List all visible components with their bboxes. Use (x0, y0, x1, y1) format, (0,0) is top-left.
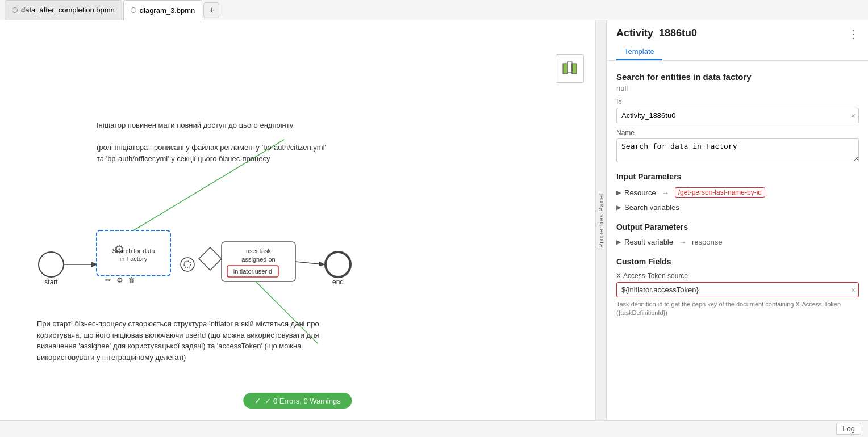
id-input[interactable] (616, 108, 859, 123)
main-area: start ⚙ Search for data in Factory ✏ ⚙ 🗑… (0, 20, 868, 420)
usertask-assigned: assigned on (241, 256, 275, 263)
id-clear-icon[interactable]: × (851, 111, 856, 120)
bottom-bar: Log (0, 420, 868, 437)
annotation-2-line4: використовувати у інтеграційному делегат… (37, 352, 319, 363)
search-variables-row[interactable]: ▶ Search variables (616, 200, 859, 215)
right-panel: Activity_1886tu0 Template ⋮ Search for e… (607, 20, 868, 420)
annotation-2-line2: користувача, що його ініціював включаючи… (37, 330, 319, 341)
annotation-1-line1: Ініціатор повинен мати повний доступ до … (97, 120, 326, 131)
resource-label: Resource (624, 188, 656, 197)
annotation-2: При старті бізнес-процесу створюється ст… (37, 318, 319, 363)
custom-fields-title: Custom Fields (616, 257, 859, 266)
id-label: Id (616, 98, 859, 106)
x-access-token-wrap: × (616, 282, 859, 297)
tab-bar: data_after_completion.bpmn diagram_3.bpm… (0, 0, 868, 20)
tab-template[interactable]: Template (616, 44, 662, 60)
svg-point-15 (326, 252, 350, 277)
svg-marker-8 (199, 247, 222, 270)
properties-panel-label-text: Properties Panel (598, 192, 604, 247)
delete-icon[interactable]: 🗑 (128, 276, 135, 284)
task-label[interactable]: Search for data (112, 247, 155, 254)
tab-circle-2 (131, 7, 136, 13)
more-options-icon[interactable]: ⋮ (848, 27, 859, 41)
resource-arrow: → (662, 188, 669, 197)
status-bar: ✓ ✓ 0 Errors, 0 Warnings (243, 393, 352, 409)
properties-panel-tab[interactable]: Properties Panel (595, 20, 607, 420)
resource-value[interactable]: /get-person-last-name-by-id (675, 187, 765, 198)
tab-data-after-completion[interactable]: data_after_completion.bpmn (5, 0, 122, 20)
x-access-token-input[interactable] (616, 282, 859, 297)
search-vars-label: Search variables (624, 203, 679, 212)
result-variable-row[interactable]: ▶ Result variable → response (616, 235, 859, 249)
start-label: start (44, 278, 58, 286)
result-value: response (692, 238, 722, 246)
x-access-token-clear-icon[interactable]: × (851, 285, 856, 295)
resource-row[interactable]: ▶ Resource → /get-person-last-name-by-id (616, 184, 859, 200)
result-label: Result variable (624, 238, 673, 246)
name-label: Name (616, 129, 859, 137)
end-label: end (332, 278, 344, 286)
log-button[interactable]: Log (836, 423, 861, 435)
svg-point-5 (39, 252, 64, 277)
section-null: null (616, 84, 859, 93)
svg-point-9 (181, 258, 194, 271)
annotation-2-line1: При старті бізнес-процесу створюється ст… (37, 318, 319, 330)
panel-title: Activity_1886tu0 (616, 27, 859, 39)
usertask-label[interactable]: userTask (246, 247, 272, 254)
search-vars-chevron: ▶ (616, 204, 621, 211)
tab-circle-1 (12, 7, 18, 13)
resource-chevron: ▶ (616, 189, 621, 196)
name-field-wrap: Search for data in Factory (616, 138, 859, 164)
result-chevron: ▶ (616, 238, 621, 246)
id-field-wrap: × (616, 108, 859, 123)
tab-label-2: diagram_3.bpmn (140, 6, 195, 15)
usertask-initiator[interactable]: initiator.userId (233, 268, 272, 275)
tab-diagram3[interactable]: diagram_3.bpmn (123, 0, 203, 20)
panel-body: Search for entities in data factory null… (607, 61, 868, 420)
svg-line-14 (295, 262, 324, 264)
annotation-1-line3: та 'bp-auth/officer.yml' у секції цього … (97, 153, 326, 165)
x-access-token-label: X-Access-Token source (616, 272, 859, 280)
task-label2[interactable]: in Factory (120, 255, 148, 262)
output-params-title: Output Parameters (616, 222, 859, 232)
canvas-area: start ⚙ Search for data in Factory ✏ ⚙ 🗑… (0, 20, 595, 420)
edit-icon[interactable]: ✏ (105, 276, 111, 284)
hint-text: Task definition id to get the ceph key o… (616, 300, 859, 318)
input-params-title: Input Parameters (616, 172, 859, 181)
status-text: ✓ 0 Errors, 0 Warnings (265, 397, 340, 405)
panel-header: Activity_1886tu0 Template ⋮ (607, 20, 868, 61)
annotation-2-line3: визначення 'assignee' для користувацької… (37, 341, 319, 352)
annotation-1: Ініціатор повинен мати повний доступ до … (97, 120, 326, 164)
annotation-1-line2: (ролі ініціатора прописані у файлах регл… (97, 142, 326, 153)
panel-tabs: Template (616, 44, 859, 60)
new-tab-button[interactable]: + (203, 2, 219, 18)
tab-label-1: data_after_completion.bpmn (21, 6, 115, 14)
result-arrow: → (679, 238, 686, 246)
section-title: Search for entities in data factory (616, 72, 859, 82)
name-textarea[interactable]: Search for data in Factory (616, 138, 859, 162)
status-check-icon: ✓ (254, 396, 261, 405)
settings-icon[interactable]: ⚙ (116, 276, 123, 284)
